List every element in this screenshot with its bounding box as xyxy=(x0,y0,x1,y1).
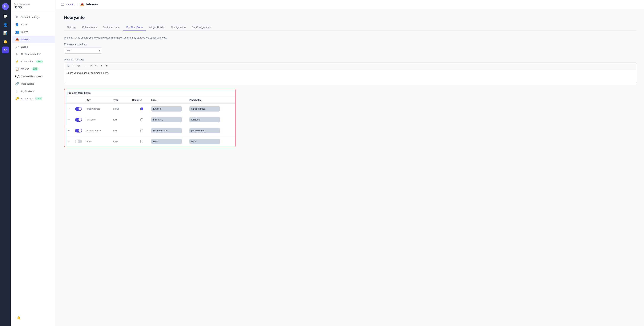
custom-attributes-icon: ⊞ xyxy=(15,52,19,56)
sidebar-item-teams[interactable]: 👥 Teams xyxy=(12,28,55,36)
placeholder-cell-email xyxy=(190,106,228,112)
drag-handle-icon[interactable]: ⇌ xyxy=(68,118,75,121)
topbar-inbox-icon: 📥 xyxy=(80,3,84,6)
field-key-team: team xyxy=(86,140,113,143)
col-required: Required xyxy=(132,99,151,101)
field-type-phone: text xyxy=(113,129,132,132)
icon-bar-reports[interactable]: 📊 xyxy=(2,30,9,37)
description-text: Pre chat forms enable you to capture use… xyxy=(64,36,636,39)
automation-badge: Beta xyxy=(36,60,43,63)
sidebar-item-automation[interactable]: ⚡ Automation Beta xyxy=(12,58,55,65)
label-cell-phone xyxy=(151,128,190,133)
tab-business-hours[interactable]: Business Hours xyxy=(100,24,123,31)
sidebar-item-audit-logs[interactable]: 🔑 Audit Logs Beta xyxy=(12,95,55,102)
placeholder-input-phone[interactable] xyxy=(190,128,220,133)
table-row: ⇌ team date xyxy=(64,136,235,147)
toggle-team[interactable] xyxy=(75,140,82,143)
sidebar-item-agents[interactable]: 👤 Agents xyxy=(12,21,55,28)
required-cell-fullname xyxy=(132,118,151,121)
fields-section-title: Pre chat form fields xyxy=(64,89,235,97)
toggle-email[interactable] xyxy=(75,107,82,111)
tab-bot-configuration[interactable]: Bot Configuration xyxy=(189,24,214,31)
message-editor-section: Pre chat message B I </> → ↩ ↪ ≡ ≣ Share… xyxy=(64,58,636,84)
sidebar-item-applications[interactable]: □ Applications xyxy=(12,88,55,95)
table-row: ⇌ fullName text xyxy=(64,114,235,125)
required-cell-email: ✓ xyxy=(132,108,151,110)
fields-column-headers: Key Type Required Label Placeholder xyxy=(64,97,235,104)
message-content[interactable]: Share your queries or comments here. xyxy=(64,69,636,84)
sidebar-bottom: 🔔 xyxy=(11,312,56,323)
list-button[interactable]: ≡ xyxy=(100,64,104,68)
menu-icon[interactable]: ☰ xyxy=(61,2,64,7)
sidebar-item-canned-responses[interactable]: 💬 Canned Responses xyxy=(12,73,55,80)
enable-select-wrapper: Yes No ▾ xyxy=(64,47,102,54)
app-logo: H xyxy=(2,3,9,10)
inboxes-icon: 📥 xyxy=(15,38,19,41)
tab-collaborators[interactable]: Collaborators xyxy=(79,24,100,31)
placeholder-input-email[interactable] xyxy=(190,106,220,112)
message-label: Pre chat message xyxy=(64,58,636,61)
field-type-team: date xyxy=(113,140,132,143)
icon-bar-settings[interactable]: ⚙ xyxy=(2,47,9,53)
drag-handle-icon[interactable]: ⇌ xyxy=(68,107,75,110)
bell-icon: 🔔 xyxy=(17,316,20,319)
sidebar-item-inboxes[interactable]: 📥 Inboxes xyxy=(12,36,55,43)
field-type-fullname: text xyxy=(113,118,132,121)
placeholder-input-fullname[interactable] xyxy=(190,117,220,122)
enable-label: Enable pre chat form xyxy=(64,43,636,46)
integrations-icon: 🔗 xyxy=(15,82,19,86)
bold-button[interactable]: B xyxy=(66,64,70,68)
table-row: ⇌ phoneNumber text xyxy=(64,125,235,136)
col-type: Type xyxy=(113,99,132,101)
applications-icon: □ xyxy=(15,89,19,93)
tab-widget-builder[interactable]: Widget Builder xyxy=(146,24,168,31)
automation-icon: ⚡ xyxy=(15,60,19,63)
icon-bar-conversations[interactable]: 💬 xyxy=(2,13,9,20)
col-key: Key xyxy=(86,99,113,101)
back-button[interactable]: ‹ Back xyxy=(66,3,73,6)
label-input-email[interactable] xyxy=(151,106,182,112)
workspace-name: Hoory xyxy=(14,5,53,9)
tab-configuration[interactable]: Configuration xyxy=(168,24,189,31)
icon-bar: H 💬 👤 📊 🔔 ⚙ xyxy=(0,0,11,326)
content-area: Hoory.info Settings Collaborators Busine… xyxy=(56,9,644,326)
toggle-fullname[interactable] xyxy=(75,118,82,122)
toggle-phone[interactable] xyxy=(75,129,82,133)
redo-button[interactable]: ↪ xyxy=(94,64,99,68)
label-input-phone[interactable] xyxy=(151,128,182,133)
tab-settings[interactable]: Settings xyxy=(64,24,79,31)
required-checkbox-fullname[interactable] xyxy=(140,118,143,121)
required-checkbox-team[interactable] xyxy=(140,140,143,143)
icon-bar-notifications[interactable]: 🔔 xyxy=(2,38,9,45)
sidebar-item-integrations[interactable]: 🔗 Integrations xyxy=(12,80,55,88)
italic-button[interactable]: I xyxy=(71,64,75,68)
placeholder-cell-phone xyxy=(190,128,228,133)
audit-logs-icon: 🔑 xyxy=(15,97,19,100)
undo-button[interactable]: ↩ xyxy=(88,64,93,68)
fields-container: Pre chat form fields Key Type Required L… xyxy=(64,89,236,147)
placeholder-input-team[interactable] xyxy=(190,139,220,144)
main-area: ☰ ‹ Back | 📥 Inboxes Hoory.info Settings… xyxy=(56,0,644,326)
drag-handle-icon[interactable]: ⇌ xyxy=(68,129,75,132)
code-button[interactable]: </> xyxy=(76,64,82,68)
icon-bar-contacts[interactable]: 👤 xyxy=(2,21,9,28)
sidebar-item-account-settings[interactable]: ⚙ Account Settings xyxy=(12,13,55,21)
ordered-list-button[interactable]: ≣ xyxy=(104,64,109,68)
account-settings-icon: ⚙ xyxy=(15,15,19,19)
label-input-fullname[interactable] xyxy=(151,117,182,122)
tab-pre-chat-form[interactable]: Pre Chat Form xyxy=(123,24,146,31)
sidebar-item-custom-attributes[interactable]: ⊞ Custom Attributes xyxy=(12,50,55,58)
required-checkbox-email[interactable]: ✓ xyxy=(140,108,143,110)
sidebar-item-labels[interactable]: 🏷 Labels xyxy=(12,43,55,50)
label-input-team[interactable] xyxy=(151,139,182,144)
enable-select[interactable]: Yes No xyxy=(64,47,102,54)
sidebar-item-macros[interactable]: 📋 Macros Beta xyxy=(12,65,55,73)
link-button[interactable]: → xyxy=(82,64,88,68)
col-drag xyxy=(68,99,75,101)
required-checkbox-phone[interactable] xyxy=(140,129,143,132)
sidebar-item-bell[interactable]: 🔔 xyxy=(14,314,53,321)
drag-handle-icon[interactable]: ⇌ xyxy=(68,140,75,143)
canned-responses-icon: 💬 xyxy=(15,75,19,78)
col-placeholder: Placeholder xyxy=(190,99,228,101)
label-cell-email xyxy=(151,106,190,112)
